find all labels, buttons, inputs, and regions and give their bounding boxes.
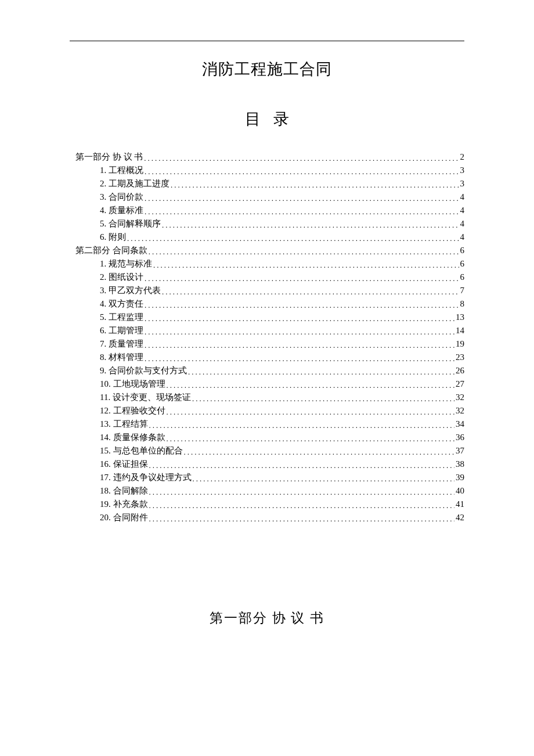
toc-entry-label: 19. 补充条款 [100,500,148,509]
toc-row: 第二部分 合同条款6 [75,246,464,255]
toc-entry-label: 2. 工期及施工进度 [100,179,169,188]
toc-entry-page: 8 [460,300,465,308]
toc-entry-page: 7 [460,286,465,295]
toc-entry-label: 9. 合同价款与支付方式 [100,366,187,375]
toc-row: 4. 质量标准4 [75,206,464,215]
toc-entry-page: 40 [456,487,464,495]
toc-entry-label: 16. 保证担保 [100,460,148,469]
toc-entry-label: 5. 合同解释顺序 [100,219,161,228]
toc-leader-dots [144,153,459,161]
toc-row: 18. 合同解除40 [75,487,464,495]
toc-leader-dots [145,206,459,215]
toc-heading-char-1: 目 [245,110,261,128]
section-heading: 第一部分 协 议 书 [70,609,464,627]
toc-leader-dots [149,460,455,469]
document-title: 消防工程施工合同 [70,59,464,80]
toc-leader-dots [145,313,454,322]
toc-leader-dots [127,233,459,242]
document-page: 消防工程施工合同 目录 第一部分 协 议 书21. 工程概况32. 工期及施工进… [0,0,534,756]
toc-entry-label: 12. 工程验收交付 [100,406,165,415]
toc-entry-label: 3. 合同价款 [100,193,143,201]
toc-leader-dots [192,393,454,402]
toc-entry-page: 36 [456,433,464,442]
toc-leader-dots [145,273,459,282]
toc-leader-dots [145,326,454,335]
toc-entry-label: 8. 材料管理 [100,353,143,362]
toc-entry-page: 6 [460,246,465,255]
toc-entry-page: 37 [456,447,464,455]
toc-row: 17. 违约及争议处理方式39 [75,473,464,482]
toc-entry-page: 41 [456,500,464,509]
toc-entry-page: 23 [456,353,464,362]
toc-entry-page: 38 [456,460,464,469]
toc-leader-dots [149,487,455,495]
toc-row: 6. 附则4 [75,233,464,242]
toc-entry-label: 1. 工程概况 [100,166,143,175]
toc-entry-page: 4 [460,233,465,242]
toc-entry-label: 6. 附则 [100,233,126,242]
toc-row: 1. 工程概况3 [75,166,464,175]
toc-entry-page: 3 [460,179,465,188]
toc-heading-char-2: 录 [273,110,289,128]
toc-row: 6. 工期管理14 [75,326,464,335]
toc-entry-page: 4 [460,219,465,228]
toc-row: 1. 规范与标准6 [75,260,464,268]
toc-entry-page: 34 [456,420,464,429]
toc-entry-page: 42 [456,513,464,522]
toc-entry-label: 13. 工程结算 [100,420,148,429]
toc-row: 第一部分 协 议 书2 [75,153,464,161]
toc-row: 15. 与总包单位的配合37 [75,447,464,455]
toc-row: 5. 合同解释顺序4 [75,219,464,228]
toc-leader-dots [162,286,459,295]
toc-leader-dots [193,473,455,482]
toc-entry-page: 6 [460,260,465,268]
toc-row: 20. 合同附件42 [75,513,464,522]
toc-entry-label: 第二部分 合同条款 [75,246,147,255]
toc-entry-page: 4 [460,206,465,215]
toc-leader-dots [145,166,459,175]
toc-entry-label: 5. 工程监理 [100,313,143,322]
toc-entry-label: 2. 图纸设计 [100,273,143,282]
toc-entry-page: 13 [456,313,464,322]
toc-entry-page: 32 [456,393,464,402]
toc-row: 3. 甲乙双方代表7 [75,286,464,295]
toc-entry-label: 1. 规范与标准 [100,260,152,268]
table-of-contents: 第一部分 协 议 书21. 工程概况32. 工期及施工进度33. 合同价款44.… [75,153,464,522]
toc-entry-page: 27 [456,380,464,388]
toc-entry-label: 17. 违约及争议处理方式 [100,473,192,482]
toc-row: 12. 工程验收交付32 [75,406,464,415]
toc-leader-dots [153,260,459,268]
toc-leader-dots [149,513,455,522]
toc-entry-label: 18. 合同解除 [100,487,148,495]
toc-entry-label: 15. 与总包单位的配合 [100,447,183,455]
toc-leader-dots [184,447,455,455]
toc-leader-dots [145,300,459,308]
toc-entry-page: 14 [456,326,464,335]
toc-entry-label: 11. 设计变更、现场签证 [100,393,191,402]
toc-leader-dots [149,420,455,429]
toc-leader-dots [188,366,454,375]
toc-entry-page: 2 [460,153,465,161]
toc-entry-page: 39 [456,473,464,482]
toc-entry-page: 19 [456,340,464,348]
toc-leader-dots [149,500,455,509]
toc-row: 4. 双方责任8 [75,300,464,308]
toc-row: 7. 质量管理19 [75,340,464,348]
toc-leader-dots [149,246,459,255]
toc-entry-page: 26 [456,366,464,375]
toc-entry-label: 3. 甲乙双方代表 [100,286,161,295]
toc-leader-dots [167,380,455,388]
toc-entry-label: 20. 合同附件 [100,513,148,522]
toc-entry-page: 6 [460,273,465,282]
toc-entry-label: 14. 质量保修条款 [100,433,165,442]
toc-row: 2. 图纸设计6 [75,273,464,282]
toc-row: 13. 工程结算34 [75,420,464,429]
toc-entry-label: 第一部分 协 议 书 [75,153,143,161]
toc-leader-dots [145,340,454,348]
toc-row: 2. 工期及施工进度3 [75,179,464,188]
toc-row: 19. 补充条款41 [75,500,464,509]
toc-leader-dots [167,406,455,415]
toc-row: 5. 工程监理13 [75,313,464,322]
toc-entry-label: 4. 双方责任 [100,300,143,308]
toc-row: 16. 保证担保38 [75,460,464,469]
